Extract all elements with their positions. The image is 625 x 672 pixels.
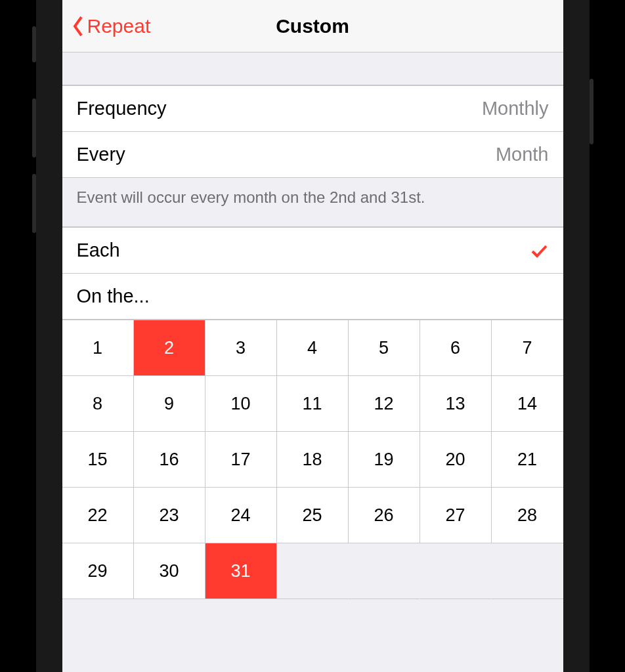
section-gap <box>62 52 563 85</box>
checkmark-icon <box>529 241 549 261</box>
day-cell-7[interactable]: 7 <box>492 320 563 376</box>
day-cell-13[interactable]: 13 <box>420 376 492 432</box>
day-cell-22[interactable]: 22 <box>62 488 134 543</box>
back-button[interactable]: Repeat <box>72 15 151 37</box>
day-cell-19[interactable]: 19 <box>349 432 420 488</box>
day-cell-18[interactable]: 18 <box>277 432 349 488</box>
day-cell-29[interactable]: 29 <box>62 543 134 599</box>
day-cell-17[interactable]: 17 <box>205 432 277 488</box>
day-cell-empty <box>277 543 349 599</box>
chevron-left-icon <box>72 15 85 37</box>
day-cell-9[interactable]: 9 <box>134 376 205 432</box>
screen: Repeat Custom Frequency Monthly Every Mo… <box>62 0 563 672</box>
day-cell-3[interactable]: 3 <box>205 320 277 376</box>
day-cell-6[interactable]: 6 <box>420 320 492 376</box>
frequency-label: Frequency <box>77 98 167 119</box>
day-cell-5[interactable]: 5 <box>349 320 420 376</box>
on-the-label: On the... <box>77 285 150 307</box>
phone-frame: Repeat Custom Frequency Monthly Every Mo… <box>36 0 590 672</box>
day-cell-4[interactable]: 4 <box>277 320 349 376</box>
day-cell-14[interactable]: 14 <box>492 376 563 432</box>
back-label: Repeat <box>87 15 151 37</box>
day-cell-16[interactable]: 16 <box>134 432 205 488</box>
day-cell-8[interactable]: 8 <box>62 376 134 432</box>
day-cell-30[interactable]: 30 <box>134 543 205 599</box>
day-cell-26[interactable]: 26 <box>349 488 420 543</box>
each-row[interactable]: Each <box>62 227 563 274</box>
day-cell-20[interactable]: 20 <box>420 432 492 488</box>
page-title: Custom <box>276 15 349 37</box>
day-cell-15[interactable]: 15 <box>62 432 134 488</box>
frequency-value: Monthly <box>482 98 549 119</box>
every-label: Every <box>77 144 125 165</box>
day-grid: 1 2 3 4 5 6 7 8 9 10 11 12 13 14 15 16 1… <box>62 320 563 599</box>
silent-switch <box>32 26 36 62</box>
every-row[interactable]: Every Month <box>62 132 563 178</box>
day-cell-11[interactable]: 11 <box>277 376 349 432</box>
day-cell-12[interactable]: 12 <box>349 376 420 432</box>
day-cell-31[interactable]: 31 <box>205 543 277 599</box>
day-cell-21[interactable]: 21 <box>492 432 563 488</box>
navigation-bar: Repeat Custom <box>62 0 563 52</box>
frequency-row[interactable]: Frequency Monthly <box>62 85 563 132</box>
day-cell-empty <box>420 543 492 599</box>
day-cell-2[interactable]: 2 <box>134 320 205 376</box>
each-label: Each <box>77 240 120 261</box>
day-cell-25[interactable]: 25 <box>277 488 349 543</box>
day-cell-empty <box>349 543 420 599</box>
day-cell-28[interactable]: 28 <box>492 488 563 543</box>
day-cell-1[interactable]: 1 <box>62 320 134 376</box>
day-cell-24[interactable]: 24 <box>205 488 277 543</box>
on-the-row[interactable]: On the... <box>62 274 563 320</box>
every-value: Month <box>496 144 549 165</box>
power-button <box>590 79 593 144</box>
day-cell-27[interactable]: 27 <box>420 488 492 543</box>
recurrence-summary: Event will occur every month on the 2nd … <box>62 178 563 227</box>
day-cell-10[interactable]: 10 <box>205 376 277 432</box>
volume-up-button <box>32 98 36 158</box>
day-cell-23[interactable]: 23 <box>134 488 205 543</box>
volume-down-button <box>32 174 36 233</box>
day-cell-empty <box>492 543 563 599</box>
